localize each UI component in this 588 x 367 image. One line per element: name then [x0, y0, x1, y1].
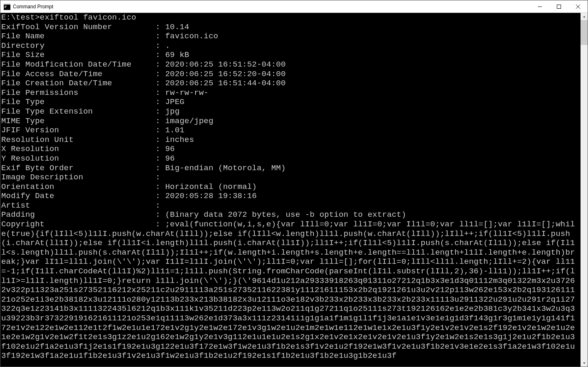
scroll-track[interactable]: [581, 20, 588, 360]
client-area: E:\test>exiftool favicon.icoExifTool Ver…: [0, 13, 588, 367]
metadata-line: File Type : JPEG: [1, 97, 580, 107]
metadata-line: Padding : (Binary data 2072 bytes, use -…: [1, 210, 580, 220]
metadata-line: ExifTool Version Number : 10.14: [1, 22, 580, 32]
minimize-button[interactable]: [530, 0, 549, 12]
prompt-line: E:\test>exiftool favicon.ico: [1, 13, 580, 22]
scroll-up-button[interactable]: [581, 13, 588, 20]
svg-marker-8: [583, 16, 586, 17]
metadata-line: File Permissions : rw-rw-rw-: [1, 88, 580, 98]
svg-rect-2: [5, 6, 7, 7]
vertical-scrollbar[interactable]: [581, 13, 588, 367]
metadata-line: File Name : favicon.ico: [1, 32, 580, 41]
metadata-line: Modify Date : 2020:05:28 19:38:16: [1, 191, 580, 201]
metadata-line: JFIF Version : 1.01: [1, 126, 580, 135]
window-title: Command Prompt: [13, 4, 530, 10]
window-controls: [530, 0, 588, 12]
svg-marker-9: [583, 362, 586, 364]
metadata-line: Artist :: [1, 201, 580, 211]
copyright-line: Copyright : ;eval(function(w,i,s,e){var …: [1, 220, 580, 361]
close-button[interactable]: [568, 0, 588, 12]
command-prompt-window: Command Prompt E:\test>exiftool favicon.…: [0, 0, 588, 367]
metadata-line: File Size : 69 kB: [1, 50, 580, 60]
metadata-line: X Resolution : 96: [1, 144, 580, 154]
terminal-output[interactable]: E:\test>exiftool favicon.icoExifTool Ver…: [0, 13, 581, 367]
cmd-icon: [4, 3, 10, 10]
metadata-line: Directory : .: [1, 41, 580, 51]
metadata-line: Resolution Unit : inches: [1, 135, 580, 145]
metadata-line: Exif Byte Order : Big-endian (Motorola, …: [1, 164, 580, 173]
scroll-down-button[interactable]: [581, 360, 588, 367]
metadata-line: MIME Type : image/jpeg: [1, 117, 580, 126]
svg-rect-3: [5, 7, 6, 8]
metadata-line: File Modification Date/Time : 2020:06:25…: [1, 60, 580, 69]
metadata-line: Y Resolution : 96: [1, 154, 580, 164]
scroll-thumb[interactable]: [581, 20, 588, 45]
metadata-line: File Access Date/Time : 2020:06:25 16:52…: [1, 69, 580, 79]
metadata-line: Orientation : Horizontal (normal): [1, 182, 580, 192]
metadata-line: Image Description :: [1, 173, 580, 182]
svg-rect-1: [4, 3, 10, 5]
titlebar[interactable]: Command Prompt: [0, 0, 588, 13]
metadata-line: File Creation Date/Time : 2020:06:25 16:…: [1, 79, 580, 88]
svg-rect-5: [557, 5, 561, 8]
maximize-button[interactable]: [549, 0, 568, 12]
metadata-line: File Type Extension : jpg: [1, 107, 580, 117]
